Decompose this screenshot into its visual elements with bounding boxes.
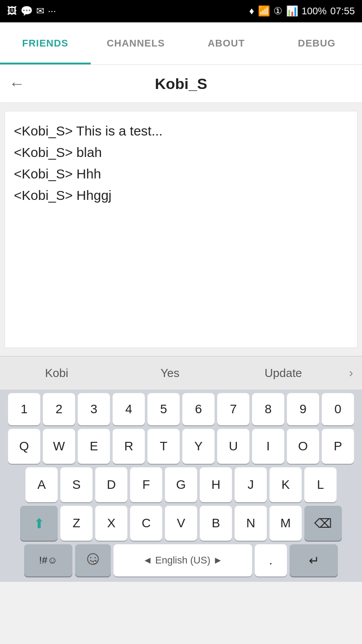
keyboard-row-bottom: !#☺ ◄ English (US) ► . ↵ [2,544,360,576]
key-i[interactable]: I [252,429,284,464]
key-b[interactable]: B [200,506,232,541]
status-bar: 🖼 💬 ✉ ··· ♦ 📶 ① 📊 100% 07:55 [0,0,362,22]
message-4: <Kobi_S> Hhggj [14,185,348,206]
time-display: 07:55 [330,5,355,17]
key-y[interactable]: Y [182,429,215,464]
message-2: <Kobi_S> blah [14,142,348,163]
emoji-icon [86,552,100,568]
key-5[interactable]: 5 [147,393,180,425]
space-button[interactable]: ◄ English (US) ► [114,544,252,576]
key-a[interactable]: A [25,467,58,502]
tab-about[interactable]: ABOUT [181,22,272,64]
battery-text: 100% [302,5,327,17]
key-0[interactable]: 0 [322,393,354,425]
key-x[interactable]: X [95,506,127,541]
key-1[interactable]: 1 [8,393,40,425]
key-u[interactable]: U [217,429,249,464]
key-t[interactable]: T [147,429,180,464]
status-icons: 🖼 💬 ✉ ··· [7,5,56,17]
keyboard-row-asdf: A S D F G H J K L [2,467,360,502]
key-d[interactable]: D [95,467,127,502]
message-1: <Kobi_S> This is a test... [14,120,348,142]
keyboard-row-numbers: 1 2 3 4 5 6 7 8 9 0 [2,393,360,425]
key-3[interactable]: 3 [78,393,110,425]
keyboard-row-qwerty: Q W E R T Y U I O P [2,429,360,464]
chat-title: Kobi_S [34,75,328,93]
emoji-button[interactable] [75,544,111,576]
autocomplete-bar: Kobi Yes Update › [0,356,362,390]
tab-channels[interactable]: CHANNELS [91,22,181,64]
key-z[interactable]: Z [60,506,93,541]
chat-header: ← Kobi_S [0,65,362,103]
key-6[interactable]: 6 [182,393,215,425]
more-icon: ··· [48,5,56,17]
space-label: ◄ English (US) ► [143,555,223,566]
key-9[interactable]: 9 [287,393,319,425]
svg-point-2 [95,557,96,559]
key-p[interactable]: P [322,429,354,464]
key-l[interactable]: L [304,467,337,502]
keyboard: 1 2 3 4 5 6 7 8 9 0 Q W E R T Y U I O P … [0,390,362,582]
shift-icon: ⬆ [34,516,45,531]
key-8[interactable]: 8 [252,393,284,425]
key-h[interactable]: H [200,467,232,502]
symbols-button[interactable]: !#☺ [24,544,72,576]
backspace-icon: ⌫ [314,516,332,531]
key-k[interactable]: K [269,467,302,502]
key-q[interactable]: Q [8,429,40,464]
shift-button[interactable]: ⬆ [20,506,58,541]
key-v[interactable]: V [165,506,197,541]
key-4[interactable]: 4 [113,393,145,425]
key-r[interactable]: R [113,429,145,464]
autocomplete-more-arrow[interactable]: › [340,366,362,380]
key-2[interactable]: 2 [43,393,75,425]
whatsapp-icon: 💬 [21,5,33,17]
symbols-icon: !#☺ [39,555,58,566]
key-o[interactable]: O [287,429,319,464]
chat-messages: <Kobi_S> This is a test... <Kobi_S> blah… [4,111,358,348]
tab-bar: FRIENDS CHANNELS ABOUT DEBUG [0,22,362,65]
key-c[interactable]: C [130,506,162,541]
key-f[interactable]: F [130,467,162,502]
gmail-icon: ✉ [36,5,44,17]
message-3: <Kobi_S> Hhh [14,163,348,185]
backspace-button[interactable]: ⌫ [304,506,342,541]
key-e[interactable]: E [78,429,110,464]
wifi-icon: 📶 [258,5,270,17]
enter-button[interactable]: ↵ [290,544,338,576]
location-icon: ♦ [249,5,254,17]
status-indicators: ♦ 📶 ① 📊 100% 07:55 [249,5,355,17]
key-m[interactable]: M [269,506,302,541]
svg-rect-5 [94,562,97,563]
period-button[interactable]: . [255,544,287,576]
tab-friends[interactable]: FRIENDS [0,22,91,64]
enter-icon: ↵ [309,553,319,568]
signal-icon: 📊 [286,5,298,17]
key-w[interactable]: W [43,429,75,464]
key-n[interactable]: N [235,506,267,541]
back-button[interactable]: ← [9,74,25,93]
key-g[interactable]: G [165,467,197,502]
key-7[interactable]: 7 [217,393,249,425]
autocomplete-yes[interactable]: Yes [114,366,227,380]
svg-point-1 [90,557,92,559]
autocomplete-kobi[interactable]: Kobi [0,366,114,380]
autocomplete-update[interactable]: Update [227,366,340,380]
tab-debug[interactable]: DEBUG [272,22,362,64]
notification-icon: ① [274,5,282,17]
keyboard-row-zxcv: ⬆ Z X C V B N M ⌫ [2,506,360,541]
key-j[interactable]: J [235,467,267,502]
key-s[interactable]: S [60,467,93,502]
photo-icon: 🖼 [7,5,17,17]
